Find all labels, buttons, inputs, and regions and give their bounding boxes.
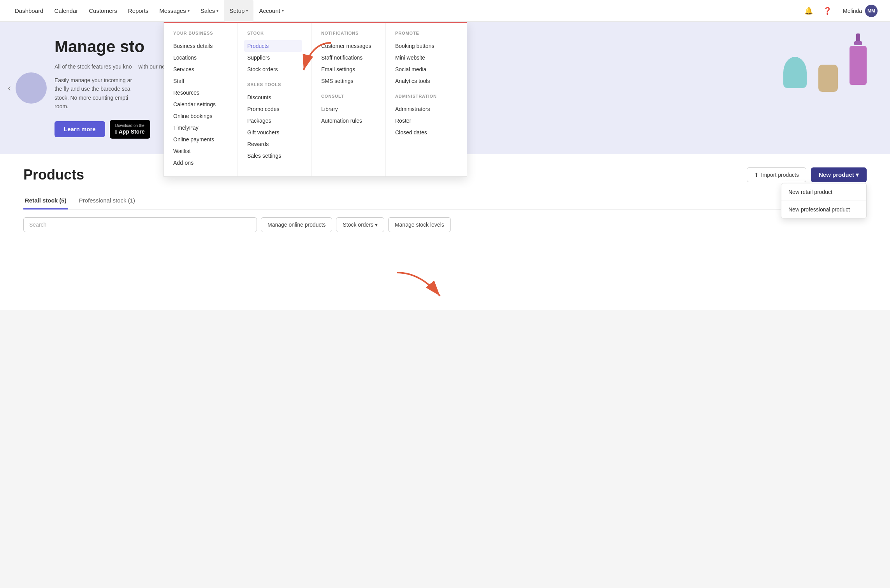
menu-section-title-consult: CONSULT: [321, 94, 376, 99]
menu-item-sales-settings[interactable]: Sales settings: [247, 150, 302, 162]
menu-col-promote: PROMOTE Booking buttons Mini website Soc…: [386, 23, 460, 176]
menu-item-booking-buttons[interactable]: Booking buttons: [395, 40, 450, 52]
appstore-button[interactable]: Download on the  App Store: [110, 120, 150, 138]
menu-item-add-ons[interactable]: Add-ons: [173, 157, 228, 169]
stock-orders-button[interactable]: Stock orders ▾: [336, 217, 384, 232]
tab-retail-stock[interactable]: Retail stock (5): [23, 192, 68, 209]
apple-icon: : [115, 129, 117, 135]
top-navigation: Dashboard Calendar Customers Reports Mes…: [0, 0, 890, 22]
menu-item-promo-codes[interactable]: Promo codes: [247, 103, 302, 115]
menu-item-mini-website[interactable]: Mini website: [395, 52, 450, 63]
menu-item-analytics-tools[interactable]: Analytics tools: [395, 75, 450, 87]
menu-item-staff[interactable]: Staff: [173, 75, 228, 87]
menu-item-online-payments[interactable]: Online payments: [173, 134, 228, 145]
menu-item-services[interactable]: Services: [173, 63, 228, 75]
products-page: Products ⬆ Import products New product ▾…: [0, 154, 890, 310]
menu-item-discounts[interactable]: Discounts: [247, 92, 302, 103]
menu-section-title-your-business: YOUR BUSINESS: [173, 31, 228, 35]
deco-teal: [783, 57, 807, 88]
menu-item-automation-rules[interactable]: Automation rules: [321, 115, 376, 127]
new-professional-product-item[interactable]: New professional product: [781, 201, 866, 218]
menu-item-locations[interactable]: Locations: [173, 52, 228, 63]
appstore-small-text: Download on the: [115, 123, 144, 128]
nav-setup[interactable]: Setup ▾: [224, 0, 253, 22]
menu-section-title-stock: STOCK: [247, 31, 302, 35]
nav-calendar[interactable]: Calendar: [49, 0, 83, 22]
import-products-button[interactable]: ⬆ Import products: [747, 167, 806, 182]
menu-item-gift-vouchers[interactable]: Gift vouchers: [247, 127, 302, 138]
menu-col-notifications: NOTIFICATIONS Customer messages Staff no…: [312, 23, 386, 176]
search-input-wrap: [23, 217, 257, 232]
tab-professional-stock[interactable]: Professional stock (1): [77, 192, 137, 209]
chevron-left-icon[interactable]: ‹: [8, 83, 11, 93]
menu-item-library[interactable]: Library: [321, 103, 376, 115]
user-menu[interactable]: Melinda MM: [840, 3, 881, 19]
manage-online-products-button[interactable]: Manage online products: [261, 217, 332, 232]
nav-reports[interactable]: Reports: [123, 0, 154, 22]
appstore-big-text:  App Store: [115, 128, 145, 135]
avatar: MM: [865, 5, 878, 17]
menu-item-products[interactable]: Products: [244, 40, 302, 52]
new-product-container: New product ▾ New retail product New pro…: [811, 167, 867, 182]
menu-item-roster[interactable]: Roster: [395, 115, 450, 127]
chevron-down-icon: ▾: [216, 9, 218, 13]
chevron-down-icon: ▾: [246, 9, 248, 13]
menu-col-stock: STOCK Products Suppliers Stock orders SA…: [238, 23, 312, 176]
nav-messages[interactable]: Messages ▾: [154, 0, 195, 22]
search-input[interactable]: [23, 217, 257, 232]
menu-item-sms-settings[interactable]: SMS settings: [321, 75, 376, 87]
deco-tan: [818, 65, 838, 92]
manage-stock-levels-button[interactable]: Manage stock levels: [388, 217, 451, 232]
menu-item-online-bookings[interactable]: Online bookings: [173, 110, 228, 122]
hero-decorations: [783, 26, 867, 92]
menu-item-calendar-settings[interactable]: Calendar settings: [173, 99, 228, 110]
products-actions: ⬆ Import products New product ▾ New reta…: [747, 167, 867, 182]
menu-item-resources[interactable]: Resources: [173, 87, 228, 99]
menu-col-your-business: YOUR BUSINESS Business details Locations…: [164, 23, 238, 176]
nav-account[interactable]: Account ▾: [253, 0, 289, 22]
menu-item-timelypay[interactable]: TimelyPay: [173, 122, 228, 134]
menu-item-suppliers[interactable]: Suppliers: [247, 52, 302, 63]
notifications-icon[interactable]: 🔔: [802, 5, 815, 17]
menu-section-title-notifications: NOTIFICATIONS: [321, 31, 376, 35]
menu-item-packages[interactable]: Packages: [247, 115, 302, 127]
menu-item-email-settings[interactable]: Email settings: [321, 63, 376, 75]
menu-item-business-details[interactable]: Business details: [173, 40, 228, 52]
menu-item-staff-notifications[interactable]: Staff notifications: [321, 52, 376, 63]
chevron-down-icon: ▾: [188, 9, 190, 13]
upload-icon: ⬆: [754, 172, 759, 178]
menu-section-title-promote: PROMOTE: [395, 31, 450, 35]
nav-dashboard[interactable]: Dashboard: [9, 0, 49, 22]
new-product-dropdown: New retail product New professional prod…: [781, 183, 867, 218]
menu-item-social-media[interactable]: Social media: [395, 63, 450, 75]
deco-circle: [16, 72, 47, 104]
menu-item-waitlist[interactable]: Waitlist: [173, 145, 228, 157]
menu-item-stock-orders[interactable]: Stock orders: [247, 63, 302, 75]
menu-item-customer-messages[interactable]: Customer messages: [321, 40, 376, 52]
nav-customers[interactable]: Customers: [83, 0, 123, 22]
menu-item-closed-dates[interactable]: Closed dates: [395, 127, 450, 138]
search-toolbar: Manage online products Stock orders ▾ Ma…: [23, 217, 867, 232]
new-product-button[interactable]: New product ▾: [811, 167, 867, 182]
menu-item-administrators[interactable]: Administrators: [395, 103, 450, 115]
page-title: Products: [23, 167, 84, 183]
help-icon[interactable]: ❓: [821, 5, 834, 17]
new-retail-product-item[interactable]: New retail product: [781, 183, 866, 201]
nav-sales[interactable]: Sales ▾: [195, 0, 224, 22]
learn-more-button[interactable]: Learn more: [55, 121, 105, 137]
mega-menu: YOUR BUSINESS Business details Locations…: [164, 22, 467, 177]
menu-section-title-administration: ADMINISTRATION: [395, 94, 450, 99]
user-name: Melinda: [843, 8, 862, 14]
deco-bottle: [850, 33, 867, 85]
chevron-down-icon: ▾: [282, 9, 284, 13]
tabs-row: Retail stock (5) Professional stock (1): [23, 192, 867, 209]
menu-section-title-sales-tools: SALES TOOLS: [247, 82, 302, 87]
menu-item-rewards[interactable]: Rewards: [247, 138, 302, 150]
